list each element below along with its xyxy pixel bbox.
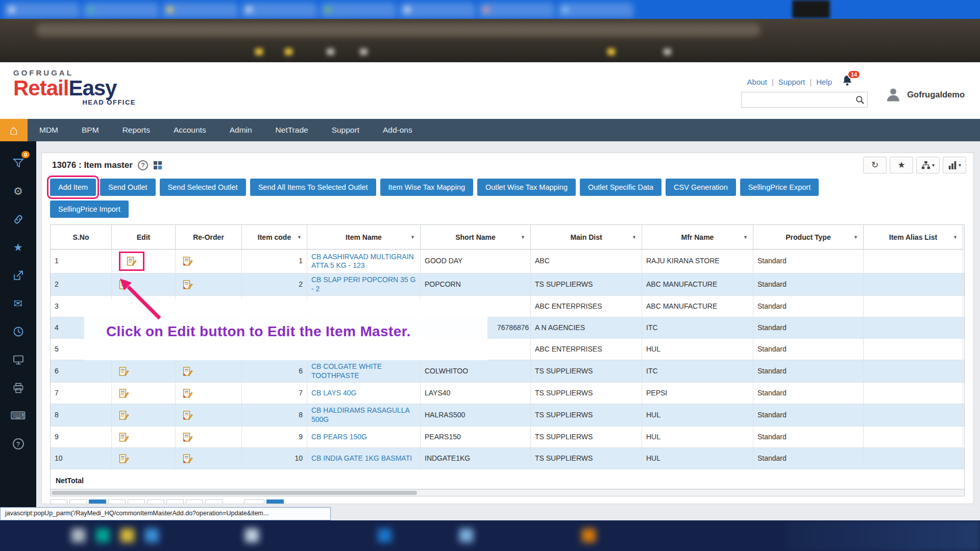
action-button-item-wise-tax-mapping[interactable]: Item Wise Tax Mapping (380, 179, 473, 196)
user-menu[interactable]: Gofrugaldemo (885, 86, 965, 103)
nav-item-add-ons[interactable]: Add-ons (371, 119, 424, 141)
browser-tab[interactable] (83, 3, 159, 18)
item-name-link[interactable]: CB AASHIRVAAD MULTIGRAIN ATTA 5 KG - 123 (311, 253, 416, 270)
bookmark-icon[interactable] (360, 48, 368, 55)
taskbar-icon[interactable] (245, 529, 259, 542)
action-button-outlet-specific-data[interactable]: Outlet Specific Data (580, 179, 662, 196)
column-header-item-code[interactable]: Item code▼ (242, 225, 307, 249)
browser-tab[interactable] (321, 3, 396, 18)
bookmark-icon[interactable] (255, 48, 263, 55)
item-name-link[interactable]: CB SLAP PERI POPCORN 35 G - 2 (311, 276, 416, 293)
taskbar-icon[interactable] (582, 529, 596, 542)
clock-icon[interactable] (0, 323, 36, 340)
taskbar-icon[interactable] (96, 529, 110, 542)
column-header-product-type[interactable]: Product Type▼ (753, 225, 864, 249)
edit-icon[interactable] (119, 410, 129, 420)
nav-item-admin[interactable]: Admin (218, 119, 264, 141)
hierarchy-view-button[interactable]: ▾ (916, 157, 940, 173)
search-input[interactable] (742, 92, 853, 107)
taskbar-icon[interactable] (459, 529, 473, 542)
sort-caret-icon[interactable]: ▼ (743, 235, 748, 240)
action-button-outlet-wise-tax-mapping[interactable]: Outlet Wise Tax Mapping (477, 179, 576, 196)
browser-tab[interactable] (558, 3, 633, 18)
header-link-about[interactable]: About (747, 78, 767, 86)
reorder-icon[interactable] (183, 388, 193, 398)
printer-icon[interactable] (0, 379, 36, 396)
bookmark-icon[interactable] (285, 48, 292, 55)
item-name-link[interactable]: CB COLGATE WHITE TOOTHPASTE (311, 362, 416, 380)
nav-item-accounts[interactable]: Accounts (162, 119, 218, 141)
address-bar-blurred[interactable] (36, 23, 761, 37)
action-button-send-outlet[interactable]: Send Outlet (100, 179, 156, 196)
reorder-icon[interactable] (183, 280, 193, 290)
page-button-[interactable]: › (186, 499, 203, 504)
page-button-3[interactable]: 3 (128, 499, 145, 504)
item-name-link[interactable]: CB HALDIRAMS RASAGULLA 500G (311, 406, 416, 424)
browser-window-controls[interactable] (792, 0, 830, 18)
header-link-support[interactable]: Support (778, 78, 805, 86)
settings-gear-icon[interactable]: ⚙ (0, 183, 36, 200)
keyboard-icon[interactable]: ⌨ (0, 407, 36, 424)
sort-caret-icon[interactable]: ▼ (521, 235, 525, 240)
browser-tab[interactable] (400, 3, 475, 18)
taskbar-icon[interactable] (120, 529, 134, 542)
edit-icon[interactable] (119, 432, 129, 442)
send-icon[interactable] (0, 267, 36, 284)
chart-view-button[interactable]: ▾ (943, 157, 966, 173)
horizontal-scrollbar[interactable] (51, 489, 964, 496)
layout-grid-icon[interactable] (153, 161, 162, 170)
column-header-main-dist[interactable]: Main Dist▼ (531, 225, 642, 249)
taskbar-icon[interactable] (145, 529, 159, 542)
sort-caret-icon[interactable]: ▼ (410, 235, 415, 240)
sort-caret-icon[interactable]: ▼ (953, 235, 958, 240)
page-button-[interactable]: » (205, 499, 223, 504)
favorites-star-icon[interactable]: ★ (0, 239, 36, 256)
column-header-item-name[interactable]: Item Name▼ (307, 225, 421, 249)
search-icon[interactable] (853, 95, 867, 105)
page-button-4[interactable]: 4 (147, 499, 164, 504)
page-button-2[interactable]: 2 (108, 499, 126, 504)
sort-caret-icon[interactable]: ▼ (297, 235, 302, 240)
action-button-sellingprice-export[interactable]: SellingPrice Export (740, 179, 819, 196)
help-icon[interactable]: ? (0, 435, 36, 453)
nav-item-support[interactable]: Support (320, 119, 371, 141)
action-button-send-selected-outlet[interactable]: Send Selected Outlet (160, 179, 246, 196)
edit-icon[interactable] (119, 252, 144, 271)
bookmark-icon[interactable] (607, 48, 615, 55)
page-help-icon[interactable]: ? (138, 160, 148, 170)
taskbar-icon[interactable] (378, 529, 391, 542)
item-name-link[interactable]: CB PEARS 150G (311, 433, 367, 442)
edit-icon[interactable] (119, 454, 129, 464)
header-link-help[interactable]: Help (816, 78, 832, 86)
reorder-icon[interactable] (183, 432, 193, 442)
filter-icon[interactable]: 0 (0, 155, 36, 172)
edit-icon[interactable] (119, 388, 129, 398)
browser-tab[interactable] (4, 3, 80, 18)
reorder-icon[interactable] (183, 256, 193, 266)
home-tab[interactable]: ⌂ (0, 119, 28, 141)
monitor-icon[interactable] (0, 351, 36, 368)
reorder-icon[interactable] (183, 366, 193, 377)
mail-icon[interactable]: ✉ (0, 295, 36, 312)
browser-tab[interactable] (162, 3, 238, 18)
nav-item-bpm[interactable]: BPM (70, 119, 111, 141)
link-icon[interactable] (0, 211, 36, 228)
action-button-add-item[interactable]: Add Item (50, 179, 96, 196)
browser-tab[interactable] (241, 3, 317, 18)
nav-item-mdm[interactable]: MDM (28, 119, 70, 141)
page-jump-box[interactable] (244, 499, 264, 504)
bookmark-icon[interactable] (327, 48, 334, 55)
item-name-link[interactable]: CB INDIA GATE 1KG BASMATI (311, 454, 412, 463)
nav-item-nettrade[interactable]: NetTrade (264, 119, 320, 141)
nav-item-reports[interactable]: Reports (111, 119, 162, 141)
refresh-button[interactable]: ↻ (863, 157, 887, 173)
page-button-[interactable]: ‹ (69, 499, 87, 504)
action-button-send-all-items-to-selected-outlet[interactable]: Send All Items To Selected Outlet (250, 179, 376, 196)
sort-caret-icon[interactable]: ▼ (632, 235, 636, 240)
scrollbar-thumb[interactable] (52, 491, 417, 495)
taskbar-icon[interactable] (71, 529, 85, 542)
page-button-1[interactable]: 1 (89, 499, 106, 504)
notification-bell-icon[interactable]: 14 (841, 74, 854, 88)
action-button-sellingprice-import[interactable]: SellingPrice Import (50, 201, 129, 218)
favorite-button[interactable]: ★ (890, 157, 913, 173)
